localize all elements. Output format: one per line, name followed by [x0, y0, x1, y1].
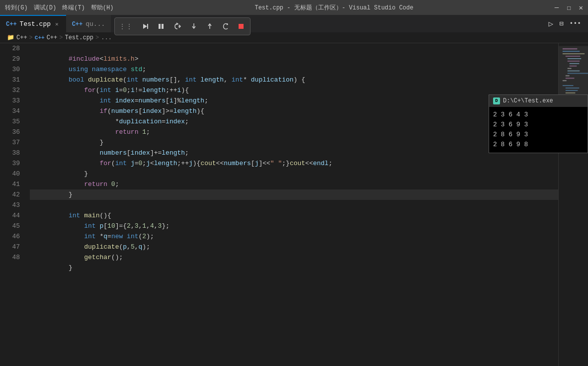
title-bar: 转到(G) 调试(D) 终端(T) 帮助(H) Test.cpp - 无标题（工… — [0, 0, 588, 15]
line-num-31: 31 — [0, 75, 20, 85]
minimap-svg — [559, 43, 588, 366]
debug-stop-button[interactable] — [236, 22, 246, 30]
svg-rect-2 — [159, 24, 161, 29]
debug-step-out-button[interactable] — [204, 22, 215, 31]
svg-rect-7 — [239, 24, 244, 29]
minimize-button[interactable]: — — [555, 3, 559, 11]
terminal-line-2: 2 3 6 9 3 — [493, 120, 584, 130]
terminal-app-icon: D — [493, 97, 500, 104]
line-num-38: 38 — [0, 148, 20, 158]
tab-cpp-icon-2: C++ — [72, 21, 83, 28]
terminal-line-4: 2 8 6 9 8 — [493, 140, 584, 150]
line-num-42: 42 — [0, 189, 20, 200]
line-num-32: 32 — [0, 85, 20, 95]
close-button[interactable]: ✕ — [579, 3, 583, 12]
line-num-43: 43 — [0, 200, 20, 210]
terminal-title: D:\C+\Test.exe — [503, 97, 553, 104]
split-editor-button[interactable]: ⊟ — [559, 19, 563, 28]
terminal-body: 2 3 6 4 3 2 3 6 9 3 2 8 6 9 3 2 8 6 9 8 — [489, 107, 588, 153]
code-line-42 — [30, 189, 558, 200]
tab-other[interactable]: C++ qu... — [66, 15, 111, 32]
line-num-41: 41 — [0, 179, 20, 189]
tab-test-cpp[interactable]: C++ Test.cpp ✕ — [0, 15, 66, 32]
line-num-33: 33 — [0, 95, 20, 106]
breadcrumb-folder-icon: 📁 — [7, 34, 14, 41]
breadcrumb-sep-2: > — [59, 34, 63, 41]
terminal-line-3: 2 8 6 9 3 — [493, 130, 584, 140]
breadcrumb-cpp-item-2[interactable]: C++ — [47, 34, 58, 41]
breadcrumb-cpp-icon: C++ — [35, 35, 45, 41]
terminal-line-1: 2 3 6 4 3 — [493, 110, 584, 120]
breadcrumb-sep-3: > — [95, 34, 99, 41]
editor-toolbar: ▷ ⊟ ••• — [542, 19, 588, 29]
svg-rect-1 — [147, 24, 148, 29]
tab-label-2: qu... — [85, 20, 105, 28]
code-line-37: numbers[index]+=length; — [30, 137, 558, 148]
line-num-40: 40 — [0, 169, 20, 179]
line-num-37: 37 — [0, 137, 20, 148]
debug-pause-button[interactable] — [156, 22, 167, 31]
menu-debug[interactable]: 调试(D) — [34, 3, 57, 12]
svg-marker-0 — [143, 24, 147, 29]
line-num-45: 45 — [0, 221, 20, 231]
debug-step-into-button[interactable] — [188, 22, 199, 31]
window-title: Test.cpp - 无标题（工作区）- Visual Studio Code — [113, 3, 554, 12]
code-line-28: #include<limits.h> — [30, 43, 558, 54]
menu-bar[interactable]: 转到(G) 调试(D) 终端(T) 帮助(H) — [5, 3, 113, 12]
code-editor[interactable]: 28 29 30 31 32 33 34 35 36 37 38 39 40 4… — [0, 43, 588, 366]
breadcrumb-file-item[interactable]: Test.cpp — [65, 34, 93, 41]
line-num-39: 39 — [0, 158, 20, 169]
line-num-34: 34 — [0, 106, 20, 116]
debug-step-over-button[interactable] — [171, 21, 183, 31]
tab-bar: C++ Test.cpp ✕ C++ qu... — [0, 15, 542, 32]
run-button[interactable]: ▷ — [549, 19, 554, 29]
breadcrumb-cpp-item[interactable]: C++ — [16, 34, 27, 41]
breadcrumb: 📁 C++ > C++ C++ > Test.cpp > ... — [0, 32, 588, 43]
main-area: 28 29 30 31 32 33 34 35 36 37 38 39 40 4… — [0, 43, 588, 366]
menu-help[interactable]: 帮助(H) — [91, 3, 114, 12]
line-num-44: 44 — [0, 210, 20, 221]
editor-container: 28 29 30 31 32 33 34 35 36 37 38 39 40 4… — [0, 43, 588, 366]
tab-label: Test.cpp — [20, 20, 51, 28]
code-line-43: int main(){ — [30, 200, 558, 210]
tab-cpp-icon: C++ — [6, 21, 17, 28]
line-num-29: 29 — [0, 54, 20, 64]
minimap — [558, 43, 588, 366]
line-numbers: 28 29 30 31 32 33 34 35 36 37 38 39 40 4… — [0, 43, 25, 366]
tab-close-button[interactable]: ✕ — [54, 20, 60, 28]
line-num-35: 35 — [0, 116, 20, 127]
svg-rect-3 — [162, 24, 164, 29]
breadcrumb-ellipsis[interactable]: ... — [101, 34, 112, 41]
debug-toolbar: ⋮⋮ — [114, 17, 251, 35]
line-num-48: 48 — [0, 252, 20, 263]
line-num-28: 28 — [0, 43, 20, 54]
line-num-36: 36 — [0, 127, 20, 137]
breadcrumb-sep-1: > — [29, 34, 33, 41]
debug-restart-button[interactable] — [220, 22, 231, 31]
maximize-button[interactable]: ☐ — [567, 3, 571, 12]
more-actions-button[interactable]: ••• — [570, 20, 581, 27]
terminal-titlebar: D D:\C+\Test.exe — [489, 95, 588, 107]
menu-goto[interactable]: 转到(G) — [5, 3, 28, 12]
line-num-46: 46 — [0, 231, 20, 242]
code-area[interactable]: #include<limits.h> using namespace std; … — [25, 43, 558, 366]
tab-bar-row: C++ Test.cpp ✕ C++ qu... ▷ ⊟ ••• — [0, 15, 588, 32]
line-num-30: 30 — [0, 64, 20, 75]
menu-terminal[interactable]: 终端(T) — [62, 3, 85, 12]
code-line-40: return 0; — [30, 169, 558, 179]
terminal-window: D D:\C+\Test.exe 2 3 6 4 3 2 3 6 9 3 2 8… — [489, 94, 588, 153]
line-num-47: 47 — [0, 242, 20, 252]
window-controls[interactable]: — ☐ ✕ — [555, 3, 583, 12]
toolbar-drag-handle[interactable]: ⋮⋮ — [119, 22, 133, 31]
debug-continue-button[interactable] — [140, 22, 151, 31]
